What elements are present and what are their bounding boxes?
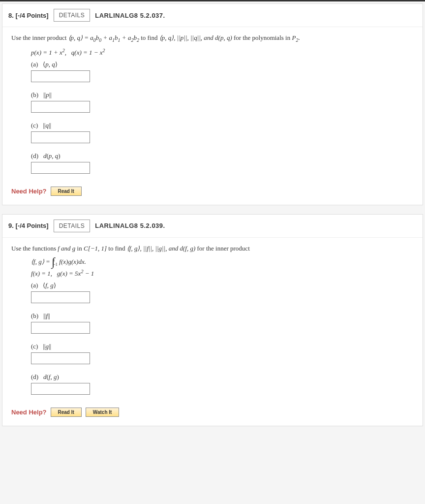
part-d-input[interactable]: [31, 383, 90, 395]
part-b-input[interactable]: [31, 322, 90, 334]
question-body: Use the functions f and g in C[−1, 1] to…: [2, 238, 423, 426]
part-c: (c) ||q||: [31, 122, 414, 143]
prompt-ip: ⟨p, q⟩ = a0b0 + a1b1 + a2b2: [68, 34, 139, 41]
part-d: (d) d(f, g): [31, 373, 414, 395]
watch-it-button[interactable]: Watch It: [86, 408, 120, 417]
need-help-label: Need Help?: [11, 409, 47, 416]
prompt-mid2: to find: [108, 245, 127, 252]
q-num: 9.: [8, 222, 14, 229]
prompt-mid1: in: [77, 245, 84, 252]
part-d-input[interactable]: [31, 162, 90, 174]
part-a-label: (a) ⟨p, q⟩: [31, 61, 414, 68]
part-b: (b) ||p||: [31, 91, 414, 113]
need-help-label: Need Help?: [11, 188, 47, 195]
part-b-input[interactable]: [31, 101, 90, 113]
part-b-label: (b) ||p||: [31, 91, 414, 99]
part-a-label: (a) ⟨f, g⟩: [31, 282, 414, 289]
top-border: [0, 0, 425, 1]
prompt-text: Use the functions f and g in C[−1, 1] to…: [11, 245, 414, 252]
read-it-button[interactable]: Read It: [51, 408, 82, 417]
question-header: 8. [-/4 Points] DETAILS LARLINALG8 5.2.0…: [2, 4, 423, 27]
polynomials: p(x) = 1 + x2, q(x) = 1 − x2: [31, 48, 414, 57]
part-a-input[interactable]: [31, 291, 90, 303]
integral-def: ⟨f, g⟩ = ∫1−1 f(x)g(x)dx.: [31, 257, 414, 267]
part-d: (d) d(p, q): [31, 152, 414, 174]
need-help-row: Need Help? Read It Watch It: [11, 408, 414, 417]
question-ref: LARLINALG8 5.2.037.: [95, 12, 165, 19]
question-ref: LARLINALG8 5.2.039.: [95, 222, 165, 229]
prompt-post: for the polynomials in: [234, 34, 292, 41]
part-d-label: (d) d(p, q): [31, 152, 414, 160]
read-it-button[interactable]: Read It: [51, 187, 82, 196]
question-number: 9. [-/4 Points]: [8, 222, 49, 229]
need-help-row: Need Help? Read It: [11, 187, 414, 196]
question-number: 8. [-/4 Points]: [8, 12, 49, 19]
part-c: (c) ||g||: [31, 343, 414, 364]
q-points: [-/4 Points]: [15, 222, 48, 229]
part-c-input[interactable]: [31, 131, 90, 143]
part-c-label: (c) ||q||: [31, 122, 414, 129]
prompt-mid: to find: [141, 34, 159, 41]
question-8: 8. [-/4 Points] DETAILS LARLINALG8 5.2.0…: [2, 3, 423, 205]
details-button[interactable]: DETAILS: [54, 220, 91, 232]
prompt-list: ⟨p, q⟩, ||p||, ||q||, and d(p, q): [159, 34, 232, 41]
prompt-text: Use the inner product ⟨p, q⟩ = a0b0 + a1…: [11, 34, 414, 43]
part-a-input[interactable]: [31, 70, 90, 82]
question-9: 9. [-/4 Points] DETAILS LARLINALG8 5.2.0…: [2, 214, 423, 427]
details-button[interactable]: DETAILS: [54, 9, 91, 22]
question-header: 9. [-/4 Points] DETAILS LARLINALG8 5.2.0…: [2, 215, 423, 238]
int-bot: −1: [53, 262, 58, 267]
q-points: [-/4 Points]: [15, 12, 48, 19]
functions: f(x) = 1, g(x) = 5x2 − 1: [31, 269, 414, 278]
prompt-space: P2: [292, 34, 298, 41]
question-body: Use the inner product ⟨p, q⟩ = a0b0 + a1…: [2, 27, 423, 205]
part-d-label: (d) d(f, g): [31, 373, 414, 381]
part-a: (a) ⟨f, g⟩: [31, 282, 414, 303]
q-num: 8.: [8, 12, 14, 19]
part-c-input[interactable]: [31, 352, 90, 364]
prompt-fg: f and g: [58, 245, 75, 252]
prompt-domain: C[−1, 1]: [84, 245, 107, 252]
prompt-list: ⟨f, g⟩, ||f||, ||g||, and d(f, g): [127, 245, 195, 252]
part-b: (b) ||f||: [31, 312, 414, 334]
prompt-post: for the inner product: [197, 245, 250, 252]
part-a: (a) ⟨p, q⟩: [31, 61, 414, 82]
prompt-pre: Use the inner product: [11, 34, 68, 41]
prompt-pre: Use the functions: [11, 245, 58, 252]
part-c-label: (c) ||g||: [31, 343, 414, 350]
prompt-end: .: [298, 34, 300, 41]
part-b-label: (b) ||f||: [31, 312, 414, 320]
